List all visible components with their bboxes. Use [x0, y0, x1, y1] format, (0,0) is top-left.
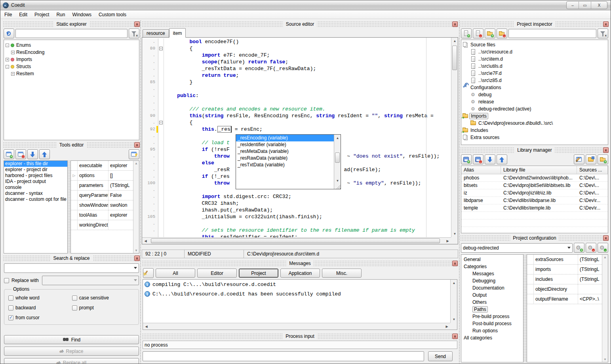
clone-configuration-button[interactable]: ⚙→ [598, 243, 608, 253]
code-line[interactable]: . CRC32 ihash; [142, 200, 451, 207]
completion-item[interactable]: _resTxtData (variable) [236, 162, 341, 168]
completion-item[interactable]: _resIdentifier (variable) [236, 141, 341, 148]
completion-item[interactable]: _resEncoding (variable) [236, 135, 341, 141]
add-folder-button[interactable]: + [485, 29, 495, 38]
menu-item-custom-tools[interactable]: Custom tools [95, 11, 130, 18]
code-line[interactable]: . import std.digest.crc: CRC32; [142, 193, 451, 200]
config-category-run-options[interactable]: Run options [462, 328, 522, 335]
filter-button-all[interactable]: All [156, 269, 195, 278]
config-category-debugging[interactable]: Debugging [462, 278, 522, 285]
add-library-folder-button[interactable]: + [598, 154, 608, 164]
filter-button-editor[interactable]: Editor [197, 269, 237, 278]
close-button[interactable]: X [591, 2, 607, 9]
tree-item[interactable]: -Enums [5, 42, 138, 49]
project-configuration-close-icon[interactable]: x [603, 235, 609, 241]
library-row[interactable]: phobosC:\Dev\dmd2\windows\lib\phob...C:\… [461, 174, 608, 182]
replace-all-button[interactable]: ab Replace all [4, 358, 139, 364]
tool-list-item[interactable]: harbored - project files [4, 173, 67, 179]
tool-list-item[interactable]: IDA - project output [4, 179, 67, 185]
config-category-pre-build-process[interactable]: Pre-build process [462, 313, 522, 320]
replace-term-combobox[interactable] [42, 276, 139, 285]
messages-vertical-scrollbar[interactable]: ▲▼ [450, 280, 457, 323]
code-line[interactable]: 90 this(string resFile, ResEncoding resE… [142, 112, 451, 119]
minimize-button[interactable]: – [567, 2, 579, 9]
message-row[interactable]: iC:\...\build\resource.d.coedit has been… [143, 289, 457, 299]
expander-icon[interactable]: - [6, 65, 9, 69]
process-input-header[interactable]: Process input x [142, 333, 458, 340]
column-header-libraryfile[interactable]: Library file [501, 166, 577, 174]
property-value[interactable]: (TStringL [578, 265, 602, 274]
fold-collapse-icon[interactable]: − [159, 121, 163, 124]
configuration-splitter[interactable] [523, 254, 527, 362]
code-line[interactable]: . import e7F: encode_7F; [142, 52, 451, 59]
config-property-row[interactable]: imports(TStringL [527, 265, 602, 274]
expander-icon[interactable]: + [6, 58, 9, 61]
menu-item-project[interactable]: Project [31, 11, 53, 18]
expander-icon[interactable]: + [11, 51, 15, 54]
send-button[interactable]: Send [428, 351, 453, 361]
tree-item[interactable]: +ResItem [10, 70, 138, 77]
checkbox-from-cursor[interactable] [8, 315, 13, 320]
library-row[interactable]: templeC:\Dev\dlibs\temple.libC:\Dev\r... [461, 204, 608, 212]
tool-list-item[interactable]: console [4, 185, 67, 191]
search-term-combobox[interactable] [4, 263, 139, 273]
tool-list-item[interactable]: dscanner - custom opt for file [4, 196, 67, 202]
completion-item[interactable]: _resRawData (variable) [236, 155, 341, 162]
expander-icon[interactable]: + [11, 72, 15, 76]
property-value[interactable] [108, 220, 133, 230]
source-editor-close-icon[interactable]: x [452, 21, 458, 27]
add-library-button[interactable]: + [461, 154, 472, 164]
move-library-down-button[interactable] [485, 154, 495, 164]
inspector-clear-filter-button[interactable]: x [598, 29, 608, 38]
search-option[interactable]: prompt [72, 305, 136, 311]
code-line[interactable]: . [142, 99, 451, 106]
search-option[interactable]: case sensitive [72, 295, 136, 301]
project-tree-item[interactable]: ..\src\resource.d [470, 48, 607, 55]
code-line[interactable]: . /// creates and encodes a new resource… [142, 106, 451, 112]
tools-editor-header[interactable]: Tools editor x [3, 142, 140, 149]
move-tool-up-button[interactable] [39, 149, 50, 159]
project-tree-item[interactable]: ..\src\utils.d [470, 63, 607, 70]
source-editor-header[interactable]: Source editor x [142, 21, 458, 28]
code-line[interactable]: 105 _initialSum = crc322uint(ihash.finis… [142, 213, 451, 220]
code-line[interactable]: 92 this._res = resEnc; [142, 126, 451, 133]
config-property-row[interactable]: extraSources(TStringL [527, 255, 602, 265]
library-row[interactable]: izC:\Dev\dproj\iz\lib\iz.libC:\Dev\... [461, 189, 608, 197]
project-tree-item[interactable]: ➜Includes [462, 127, 607, 134]
project-tree-item[interactable]: ⚙debug [470, 91, 607, 98]
property-row[interactable]: parameters(TStringL [71, 181, 133, 191]
process-input-field[interactable] [143, 351, 424, 361]
expander-icon[interactable]: - [6, 44, 9, 47]
checkbox-prompt[interactable] [72, 305, 77, 311]
project-tree-item[interactable]: ..\src\e7F.d [470, 70, 607, 77]
tools-splitter[interactable] [68, 160, 70, 253]
library-row[interactable]: libdparseC:\Dev\dlibs\libdparse.libC:\De… [461, 197, 608, 204]
register-dub-library-button[interactable] [586, 154, 596, 164]
code-line[interactable]: . [142, 220, 451, 227]
clear-messages-button[interactable] [143, 268, 154, 278]
property-value[interactable]: (TStringL [578, 255, 602, 264]
code-line[interactable]: . return true; [142, 72, 451, 79]
completion-item[interactable]: _resMetaData (variable) [236, 148, 341, 155]
search-option[interactable]: backward [8, 305, 72, 311]
replace-with-checkbox[interactable] [4, 278, 9, 283]
static-explorer-close-icon[interactable]: x [134, 21, 140, 27]
project-inspector-close-icon[interactable]: x [603, 21, 609, 27]
menu-item-run[interactable]: Run [53, 11, 69, 18]
code-line[interactable]: .− { [142, 119, 451, 126]
project-tree-item[interactable]: ⚙release [470, 98, 607, 105]
property-row[interactable]: workingDirect [71, 220, 133, 230]
property-value[interactable]: swoNon [108, 200, 133, 210]
editor-horizontal-scrollbar[interactable]: ◀ ▶ [142, 237, 451, 244]
clear-filter-button[interactable]: x [129, 29, 139, 38]
remove-file-button[interactable]: - [473, 29, 483, 38]
menu-item-windows[interactable]: Windows [69, 11, 95, 18]
property-value[interactable] [578, 284, 602, 294]
project-tree-item[interactable]: Extra sources [462, 134, 607, 141]
refresh-button[interactable] [4, 29, 14, 38]
project-inspector-header[interactable]: Project inspector x [460, 21, 609, 28]
config-category-categories[interactable]: Categories [462, 263, 522, 271]
project-configuration-header[interactable]: Project configuration x [460, 235, 609, 242]
config-category-all-categories[interactable]: All categories [462, 335, 522, 342]
config-category-post-build-process[interactable]: Post-build process [462, 320, 522, 328]
